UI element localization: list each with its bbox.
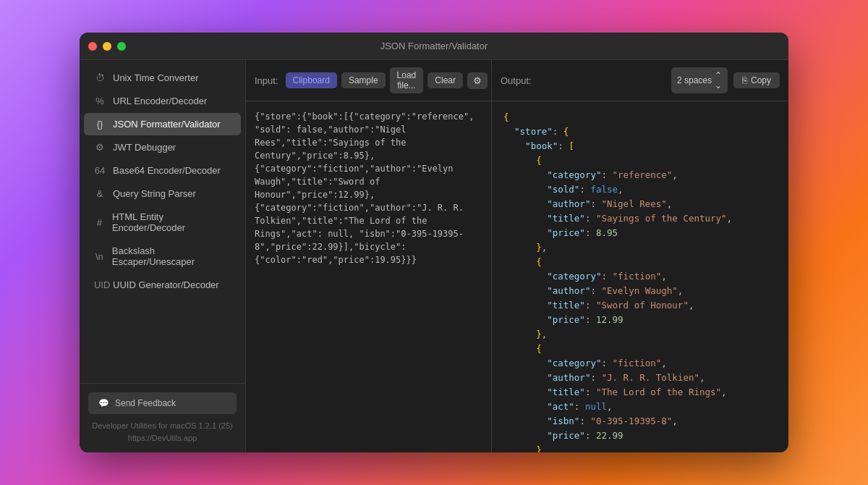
- sidebar-item-query-string[interactable]: & Query String Parser: [84, 182, 241, 205]
- unix-time-label: Unix Time Converter: [113, 72, 198, 83]
- sidebar-footer: 💬 Send Feedback Developer Utilities for …: [80, 383, 245, 452]
- json-formatter-label: JSON Formatter/Validator: [113, 119, 221, 130]
- feedback-icon: 💬: [98, 398, 109, 408]
- sidebar-item-unix-time[interactable]: ⏱ Unix Time Converter: [84, 67, 241, 89]
- footer-line1: Developer Utilities for macOS 1.2.1 (25): [88, 420, 237, 432]
- base64-icon: 64: [94, 165, 106, 176]
- json-output: { "store": { "book": [ { "category": "re…: [503, 110, 777, 452]
- sidebar-item-url-encoder[interactable]: % URL Encoder/Decoder: [84, 90, 241, 112]
- clear-button[interactable]: Clear: [427, 72, 463, 88]
- gear-icon: ⚙: [473, 75, 482, 86]
- sidebar-item-uuid[interactable]: UID UUID Generator/Decoder: [84, 274, 241, 296]
- unix-time-icon: ⏱: [94, 72, 106, 83]
- copy-icon: ⎘: [742, 75, 747, 85]
- window-title: JSON Formatter/Validator: [380, 41, 488, 51]
- output-content: { "store": { "book": [ { "category": "re…: [492, 101, 788, 452]
- send-feedback-button[interactable]: 💬 Send Feedback: [88, 392, 237, 414]
- title-bar: JSON Formatter/Validator: [80, 33, 788, 60]
- input-label: Input:: [255, 75, 278, 86]
- sidebar-item-html-entity[interactable]: # HTML Entity Encoder/Decoder: [84, 206, 241, 239]
- sample-button[interactable]: Sample: [341, 72, 386, 88]
- html-entity-icon: #: [94, 217, 105, 228]
- sidebar-item-jwt-debugger[interactable]: ⚙ JWT Debugger: [84, 136, 241, 159]
- footer-line2: https://DevUtils.app: [88, 432, 237, 444]
- output-label: Output:: [501, 75, 532, 86]
- copy-button[interactable]: ⎘ Copy: [733, 72, 780, 88]
- json-formatter-icon: {}: [94, 119, 106, 130]
- jwt-debugger-icon: ⚙: [94, 142, 106, 153]
- sidebar-items-list: ⏱ Unix Time Converter % URL Encoder/Deco…: [80, 60, 245, 383]
- chevron-up-down-icon: ⌃⌄: [715, 70, 722, 90]
- clipboard-button[interactable]: Clipboard: [286, 72, 337, 88]
- app-window: JSON Formatter/Validator ⏱ Unix Time Con…: [80, 33, 788, 452]
- input-panel-header: Input: Clipboard Sample Load file... Cle…: [246, 60, 491, 101]
- uuid-label: UUID Generator/Decoder: [113, 279, 219, 290]
- input-textarea[interactable]: [246, 101, 491, 452]
- query-string-icon: &: [94, 188, 106, 199]
- maximize-button[interactable]: [117, 42, 126, 51]
- backslash-label: Backslash Escaper/Unescaper: [112, 245, 231, 267]
- input-area: [246, 101, 491, 452]
- output-panel-header: Output: 2 spaces ⌃⌄ ⎘ Copy: [492, 60, 788, 101]
- close-button[interactable]: [88, 42, 97, 51]
- window-controls: [88, 42, 126, 51]
- url-encoder-icon: %: [94, 96, 106, 106]
- spaces-label: 2 spaces: [677, 75, 712, 85]
- html-entity-label: HTML Entity Encoder/Decoder: [112, 211, 231, 233]
- output-controls: 2 spaces ⌃⌄ ⎘ Copy: [671, 67, 780, 93]
- copy-label: Copy: [751, 75, 771, 85]
- load-file-button[interactable]: Load file...: [390, 67, 424, 93]
- sidebar-item-base64[interactable]: 64 Base64 Encoder/Decoder: [84, 159, 241, 182]
- jwt-debugger-label: JWT Debugger: [113, 142, 176, 153]
- url-encoder-label: URL Encoder/Decoder: [113, 96, 207, 106]
- sidebar-item-backslash[interactable]: \n Backslash Escaper/Unescaper: [84, 240, 241, 273]
- sidebar: ⏱ Unix Time Converter % URL Encoder/Deco…: [80, 60, 246, 452]
- footer-meta: Developer Utilities for macOS 1.2.1 (25)…: [88, 420, 237, 444]
- base64-label: Base64 Encoder/Decoder: [113, 165, 221, 176]
- gear-button[interactable]: ⚙: [467, 72, 488, 89]
- feedback-label: Send Feedback: [115, 398, 176, 408]
- input-panel: Input: Clipboard Sample Load file... Cle…: [246, 60, 492, 452]
- query-string-label: Query String Parser: [113, 188, 196, 199]
- minimize-button[interactable]: [103, 42, 111, 51]
- output-panel: Output: 2 spaces ⌃⌄ ⎘ Copy { "store": {: [492, 60, 788, 452]
- sidebar-item-json-formatter[interactable]: {} JSON Formatter/Validator: [84, 113, 241, 135]
- panels-row: Input: Clipboard Sample Load file... Cle…: [246, 60, 788, 452]
- backslash-icon: \n: [94, 251, 105, 262]
- spaces-selector[interactable]: 2 spaces ⌃⌄: [671, 67, 728, 93]
- app-body: ⏱ Unix Time Converter % URL Encoder/Deco…: [80, 60, 788, 452]
- uuid-icon: UID: [94, 279, 106, 290]
